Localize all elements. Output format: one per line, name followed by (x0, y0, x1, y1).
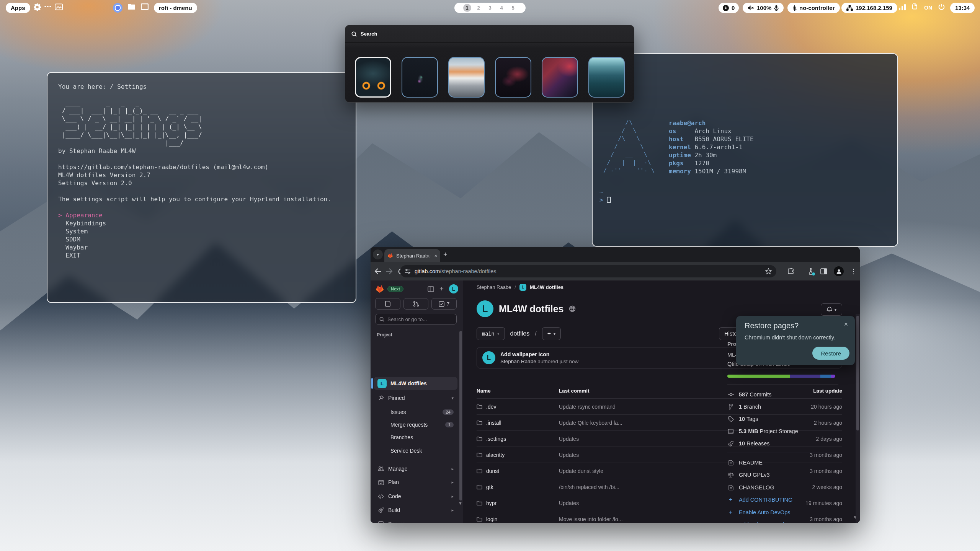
active-tab[interactable]: Stephan Raabe / ML4W d × (384, 249, 440, 262)
stat-commits[interactable]: 587 Commits (727, 391, 771, 398)
chromium-icon[interactable] (113, 3, 122, 13)
power-icon[interactable] (938, 3, 945, 10)
changelog-link[interactable]: CHANGELOG (727, 484, 774, 491)
workspace-3[interactable]: 3 (486, 4, 494, 12)
extensions-icon[interactable] (787, 268, 794, 275)
file-link[interactable]: .dev (477, 404, 559, 410)
menu-item-sddm[interactable]: SDDM (58, 235, 345, 243)
sidebar-item-secure[interactable]: Secure ▸ (374, 517, 457, 523)
breadcrumb-owner[interactable]: Stephan Raabe (477, 284, 511, 290)
readme-link[interactable]: README (727, 460, 763, 466)
file-link[interactable]: .install (477, 420, 559, 426)
menu-item-exit[interactable]: EXIT (58, 251, 345, 259)
site-settings-icon[interactable] (405, 268, 411, 274)
volume-module[interactable]: 100% (743, 3, 784, 13)
add-file-button[interactable]: + ▾ (542, 327, 561, 340)
workspace-5[interactable]: 5 (509, 4, 517, 12)
create-new-icon[interactable]: + (439, 285, 444, 293)
workspace-4[interactable]: 4 (498, 4, 506, 12)
bluetooth-module[interactable]: no-controller (787, 3, 840, 13)
network-module[interactable]: 192.168.2.159 (841, 3, 897, 13)
new-tab-button[interactable]: + (443, 251, 448, 259)
back-icon[interactable] (372, 268, 384, 274)
sidebar-item-plan[interactable]: Plan ▸ (374, 476, 457, 489)
breadcrumb-project[interactable]: ML4W dotfiles (530, 284, 564, 290)
settings-terminal-window[interactable]: You are here: / Settings ____ _ _ _ / __… (47, 72, 356, 303)
file-link[interactable]: .settings (477, 436, 559, 442)
wallpaper-thumb-1-selected[interactable] (355, 57, 391, 98)
menu-item-appearance-selected[interactable]: > Appearance (58, 211, 345, 219)
file-link[interactable]: dunst (477, 468, 559, 474)
more-dots-icon[interactable]: ••• (44, 3, 52, 9)
sidebar-item-manage[interactable]: Manage ▸ (374, 462, 457, 475)
workspace-2[interactable]: 2 (475, 4, 483, 12)
sidebar-item-service-desk[interactable]: Service Desk (374, 444, 457, 457)
sidebar-item-merge-requests[interactable]: Merge requests 1 (374, 418, 457, 431)
sidebar-item-issues[interactable]: Issues 24 (374, 406, 457, 419)
close-icon[interactable]: × (844, 321, 848, 328)
stat-releases[interactable]: 10 Releases (727, 440, 770, 447)
downloads-module[interactable]: 0 (719, 3, 739, 13)
repo-path[interactable]: dotfiles (510, 330, 530, 337)
screenshot-icon[interactable] (55, 3, 63, 10)
file-link[interactable]: login (477, 516, 559, 522)
menu-item-keybindings[interactable]: Keybindings (58, 219, 345, 227)
wallpaper-thumb-2[interactable] (402, 57, 438, 98)
commit-title[interactable]: Add wallpaper icon (500, 351, 578, 357)
user-avatar[interactable]: L (449, 284, 458, 293)
restore-button[interactable]: Restore (812, 347, 849, 360)
sidebar-item-pinned[interactable]: Pinned ▾ (374, 391, 457, 404)
add-kubernetes-link[interactable]: + Add Kubernetes cluster (727, 521, 797, 523)
file-link[interactable]: gtk (477, 484, 559, 490)
tab-close-icon[interactable]: × (434, 253, 437, 259)
todos-shortcut-button[interactable]: 7 (431, 298, 457, 310)
workspace-1[interactable]: 1 (463, 4, 471, 12)
gear-icon[interactable] (34, 3, 41, 11)
add-contributing-link[interactable]: + Add CONTRIBUTING (727, 496, 792, 503)
sidebar-scroll-down-icon[interactable]: ▼ (458, 501, 462, 505)
fetch-terminal-window[interactable]: /\ / \ /\ \ / \ / __ \ / | | -\ /_-'' ''… (592, 53, 898, 247)
page-scrollbar[interactable] (856, 314, 860, 523)
rofi-dmenu-label[interactable]: rofi - dmenu (154, 3, 197, 13)
commit-author[interactable]: Stephan Raabe (500, 359, 536, 364)
profile-avatar-icon[interactable] (834, 266, 844, 276)
apps-button[interactable]: Apps (6, 3, 30, 13)
side-panel-icon[interactable] (820, 268, 827, 274)
browser-menu-icon[interactable]: ⋮ (850, 267, 857, 276)
issues-shortcut-button[interactable] (375, 298, 400, 310)
enable-auto-devops-link[interactable]: + Enable Auto DevOps (727, 509, 791, 516)
clock-module[interactable]: 13:34 (950, 3, 975, 13)
col-name[interactable]: Name (477, 388, 559, 394)
gitlab-search-input[interactable]: Search or go to... (375, 314, 457, 324)
sidebar-item-branches[interactable]: Branches (374, 431, 457, 444)
sidebar-item-project[interactable]: L ML4W dotfiles (374, 377, 457, 390)
languages-bar[interactable] (727, 375, 835, 378)
url-bar[interactable]: gitlab.com/stephan-raabe/dotfiles (400, 265, 776, 277)
shell-prompt[interactable]: ~ > (599, 188, 611, 204)
stat-tags[interactable]: 10 Tags (727, 416, 758, 422)
file-link[interactable]: hypr (477, 500, 559, 506)
sidebar-item-code[interactable]: Code ▸ (374, 490, 457, 503)
experiments-beaker-icon[interactable] (808, 268, 814, 275)
toggle-on-label[interactable]: ON (924, 5, 932, 11)
menu-item-waybar[interactable]: Waybar (58, 243, 345, 251)
commit-author-avatar[interactable]: L (482, 351, 495, 364)
scrollbar-thumb[interactable] (856, 316, 859, 430)
forward-icon[interactable] (384, 268, 395, 274)
files-icon[interactable] (127, 3, 136, 10)
branch-selector[interactable]: main ▾ (477, 327, 505, 340)
stat-branches[interactable]: 1 Branch (727, 404, 761, 410)
sidebar-item-build[interactable]: Build ▸ (374, 504, 457, 517)
sidebar-toggle-icon[interactable] (428, 286, 434, 292)
menu-item-system[interactable]: System (58, 227, 345, 235)
wallpaper-thumb-5[interactable] (542, 57, 578, 98)
gitlab-logo[interactable] (375, 285, 384, 293)
wallpaper-thumb-6[interactable] (588, 57, 625, 98)
license-link[interactable]: GNU GPLv3 (727, 472, 770, 478)
wallpaper-thumb-3[interactable] (448, 57, 485, 98)
stat-storage[interactable]: 5.3 MiB Project Storage (727, 428, 798, 434)
clipboard-icon[interactable] (911, 3, 917, 10)
merge-requests-shortcut-button[interactable] (403, 298, 429, 310)
sidebar-scrollbar[interactable] (459, 331, 462, 500)
window-icon[interactable] (141, 3, 149, 10)
